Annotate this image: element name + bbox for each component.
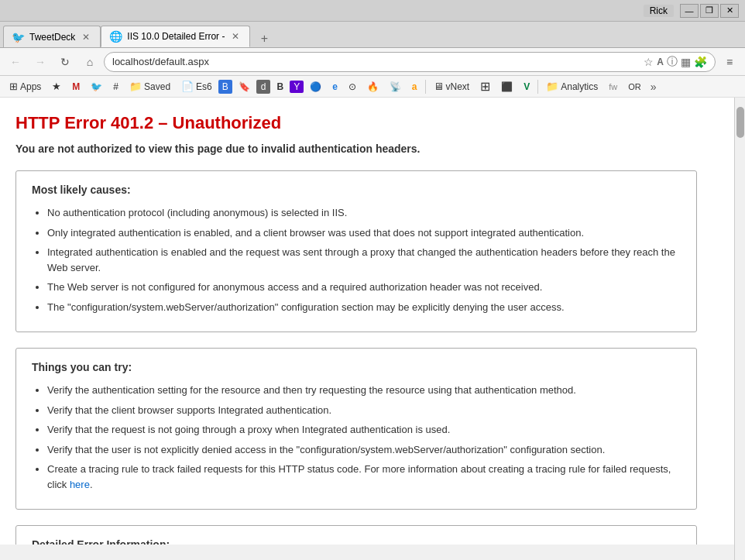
bookmark-fw[interactable]: fw <box>604 81 622 93</box>
username-label: Rick <box>644 5 674 17</box>
try-item: Verify that the user is not explicitly d… <box>47 442 681 458</box>
bookmark-analytics[interactable]: 📁 Analytics <box>541 79 603 94</box>
forward-button[interactable]: → <box>29 51 51 73</box>
bookmark-apps[interactable]: ⊞ Apps <box>5 79 46 94</box>
new-tab-button[interactable]: + <box>253 30 275 47</box>
close-button[interactable]: ✕ <box>720 4 739 18</box>
bookmark-flame[interactable]: 🔥 <box>362 80 383 94</box>
detail-title: Detailed Error Information: <box>32 538 681 545</box>
reader-icon[interactable]: A <box>657 57 664 67</box>
windows-icon: ⊞ <box>480 79 490 94</box>
v-label: V <box>524 81 530 92</box>
try-title: Things you can try: <box>32 361 681 373</box>
bookmarks-bar: ⊞ Apps ★ M 🐦 # 📁 Saved 📄 Es6 B 🔖 d B Y 🔵… <box>0 76 745 98</box>
bookmark-rss[interactable]: 📡 <box>385 80 406 94</box>
es6-icon: 📄 <box>181 81 194 92</box>
bookmark-star[interactable]: ★ <box>47 79 66 94</box>
nav-bar: ← → ↻ ⌂ localhost/default.aspx ☆ A ⓘ ▦ 🧩… <box>0 48 745 76</box>
amazon-label: a <box>412 81 417 92</box>
bookmark-b-blue[interactable]: B <box>218 80 232 94</box>
here-link[interactable]: here <box>70 479 90 490</box>
vnext-label: vNext <box>446 81 470 92</box>
tab-iis-error[interactable]: 🌐 IIS 10.0 Detailed Error - ✕ <box>101 26 250 47</box>
causes-title: Most likely causes: <box>32 184 681 196</box>
or-label: OR <box>628 82 641 91</box>
tweetdeck-icon: 🐦 <box>12 31 25 43</box>
bookmark-windows[interactable]: ⊞ <box>475 77 495 95</box>
cause-item: No authentication protocol (including an… <box>47 205 681 221</box>
iis-icon: 🌐 <box>109 30 122 43</box>
minimize-button[interactable]: — <box>680 4 699 18</box>
bookmark-b2[interactable]: B <box>272 80 288 94</box>
cause-item: Only integrated authentication is enable… <box>47 225 681 241</box>
causes-list: No authentication protocol (including an… <box>47 205 681 314</box>
bookmark-more[interactable]: » <box>647 79 660 94</box>
bookmark-blue-orb[interactable]: 🔵 <box>305 80 326 94</box>
bookmark-ie[interactable]: e <box>328 80 342 94</box>
flame-icon: 🔥 <box>367 81 379 92</box>
bookmark-tiles[interactable]: ⬛ <box>496 80 517 94</box>
gmail-label: M <box>72 81 80 92</box>
tab-tweetdeck[interactable]: 🐦 TweetDeck ✕ <box>3 26 101 47</box>
scrollbar-thumb[interactable] <box>736 107 744 138</box>
blue-orb-icon: 🔵 <box>310 81 321 92</box>
bookmark-v[interactable]: V <box>519 80 534 94</box>
d-label: d <box>261 81 266 92</box>
bookmark-twitter[interactable]: 🐦 <box>86 80 107 94</box>
es6-label: Es6 <box>196 81 212 92</box>
qr-icon[interactable]: ▦ <box>681 56 691 68</box>
bookmark-y[interactable]: Y <box>290 81 304 93</box>
address-icons: ☆ A ⓘ ▦ 🧩 <box>644 55 707 69</box>
settings-button[interactable]: ≡ <box>719 51 740 73</box>
address-bar[interactable]: localhost/default.aspx ☆ A ⓘ ▦ 🧩 <box>104 52 716 72</box>
y-label: Y <box>294 81 300 92</box>
back-button[interactable]: ← <box>5 51 26 73</box>
tab-tweetdeck-label: TweetDeck <box>29 32 75 43</box>
tab-bar: 🐦 TweetDeck ✕ 🌐 IIS 10.0 Detailed Error … <box>0 22 745 48</box>
vnext-icon: 🖥 <box>434 81 444 92</box>
browser-wrapper: HTTP Error 401.2 – Unauthorized You are … <box>0 98 745 560</box>
refresh-button[interactable]: ↻ <box>54 51 76 73</box>
browser-content[interactable]: HTTP Error 401.2 – Unauthorized You are … <box>0 98 734 545</box>
tab-iis-close[interactable]: ✕ <box>229 31 242 42</box>
b2-label: B <box>276 81 283 92</box>
circle-icon: ⊙ <box>348 81 356 92</box>
window-controls: — ❒ ✕ <box>680 4 739 18</box>
rss-icon: 📡 <box>390 81 401 92</box>
bookmark-amazon[interactable]: a <box>407 80 422 94</box>
bookmark-sep1 <box>425 80 426 94</box>
bookmark-sep2 <box>537 80 538 94</box>
bookmark2-icon: 🔖 <box>239 81 250 92</box>
try-item: Create a tracing rule to track failed re… <box>47 462 681 492</box>
ext-icon[interactable]: 🧩 <box>694 56 707 68</box>
hash-label: # <box>113 81 118 92</box>
bookmark-saved[interactable]: 📁 Saved <box>125 79 175 94</box>
restore-button[interactable]: ❒ <box>700 4 719 18</box>
b-blue-label: B <box>222 81 228 92</box>
bookmark-gmail[interactable]: M <box>67 80 84 94</box>
home-button[interactable]: ⌂ <box>79 51 101 73</box>
causes-section: Most likely causes: No authentication pr… <box>15 170 697 332</box>
apps-icon: ⊞ <box>9 81 18 92</box>
error-subtitle: You are not authorized to view this page… <box>15 143 697 155</box>
bookmark-d[interactable]: d <box>256 80 271 94</box>
scrollbar-track[interactable] <box>734 98 745 560</box>
bookmark-circle[interactable]: ⊙ <box>344 80 361 94</box>
saved-label: Saved <box>144 81 170 92</box>
tab-tweetdeck-close[interactable]: ✕ <box>80 32 92 43</box>
bookmark-apps-label: Apps <box>20 81 41 92</box>
bookmark-or[interactable]: OR <box>623 81 646 93</box>
bookmark-vnext[interactable]: 🖥 vNext <box>429 79 475 94</box>
try-section: Things you can try: Verify the authentic… <box>15 348 697 510</box>
star-icon[interactable]: ☆ <box>644 56 654 68</box>
fw-label: fw <box>609 82 617 91</box>
twitter-icon: 🐦 <box>91 81 102 92</box>
try-item: Verify the authentication setting for th… <box>47 383 681 398</box>
info-icon[interactable]: ⓘ <box>667 55 678 69</box>
ie-label: e <box>332 81 338 92</box>
bookmark-es6[interactable]: 📄 Es6 <box>177 79 217 94</box>
title-bar: Rick — ❒ ✕ <box>0 0 745 22</box>
bookmark-hash[interactable]: # <box>108 80 123 94</box>
bookmark-bookmark2[interactable]: 🔖 <box>234 80 255 94</box>
try-item: Verify that the request is not going thr… <box>47 422 681 438</box>
